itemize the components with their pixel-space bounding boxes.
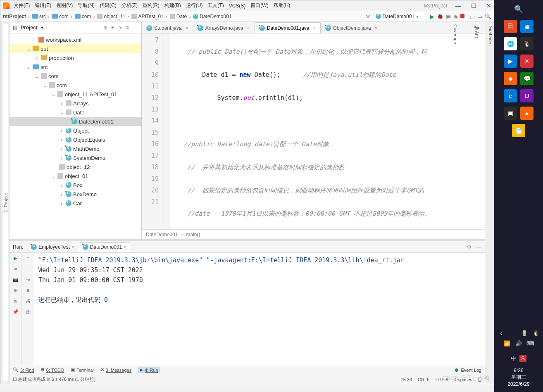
expand-icon[interactable]: ✦ bbox=[111, 25, 115, 31]
qq-icon[interactable]: 🐧 bbox=[520, 37, 533, 50]
taskbar-clock[interactable]: 9:36 星期三 2022/6/29 bbox=[494, 367, 543, 388]
build-icon[interactable]: ⚒ bbox=[366, 14, 370, 19]
encoding[interactable]: UTF-8 bbox=[436, 377, 448, 382]
tab-coverage[interactable]: Coverage bbox=[453, 24, 458, 381]
tab-datedemo[interactable]: DateDemo001.java× bbox=[255, 22, 321, 33]
keyboard-icon[interactable]: ⌨ bbox=[526, 340, 534, 347]
menu-code[interactable]: 代码(C) bbox=[100, 2, 117, 9]
menu-help[interactable]: 帮助(H) bbox=[274, 2, 291, 9]
layout-icon[interactable]: ⊞ bbox=[14, 287, 18, 293]
maximize-button[interactable]: ☐ bbox=[471, 2, 476, 9]
bb-todo[interactable]: ≣ 6: TODO bbox=[41, 367, 64, 373]
menu-view[interactable]: 视图(V) bbox=[56, 2, 73, 9]
tab-ant[interactable]: 🐜 Ant bbox=[474, 24, 480, 381]
ime-lang[interactable]: 中 bbox=[511, 355, 516, 362]
app-icon[interactable]: ▦ bbox=[520, 20, 533, 33]
bc-obj11[interactable]: object_11 bbox=[97, 14, 130, 19]
lock-icon[interactable] bbox=[478, 378, 481, 382]
menu-window[interactable]: 窗口(W) bbox=[250, 2, 268, 9]
menu-refactor[interactable]: 重构(R) bbox=[143, 2, 160, 9]
pin-icon[interactable]: 📌 bbox=[12, 309, 19, 315]
up-icon[interactable]: ↑ bbox=[27, 255, 29, 261]
console-output[interactable]: "E:\IntelliJ IDEA 2019.3.3\jbr\bin\java.… bbox=[34, 253, 485, 365]
wifi-icon[interactable]: 📶 bbox=[503, 340, 511, 347]
scroll-icon[interactable]: ≡ bbox=[26, 287, 29, 293]
bb-find[interactable]: 🔍 3: Find bbox=[13, 367, 34, 373]
menu-nav[interactable]: 导航(N) bbox=[78, 2, 95, 9]
project-tree[interactable]: workspace.xml ⌄out ›production ⌄src ⌄com… bbox=[10, 33, 141, 239]
menu-build[interactable]: 构建(B) bbox=[164, 2, 181, 9]
edge-icon[interactable]: e bbox=[504, 89, 517, 102]
app-icon[interactable]: ▣ bbox=[504, 107, 517, 120]
tab-project[interactable]: 1: Project bbox=[3, 24, 8, 381]
bb-run[interactable]: ▶ 4: Run bbox=[138, 367, 160, 373]
battery-icon[interactable]: 🔋 bbox=[521, 330, 528, 336]
exit-icon[interactable]: ⎋ bbox=[14, 298, 17, 304]
bc-date[interactable]: Date bbox=[170, 14, 191, 19]
profile-button[interactable]: ◉ bbox=[453, 13, 458, 19]
tab-objectdemo[interactable]: ObjectDemo.java× bbox=[321, 22, 382, 33]
rerun-button[interactable]: ▶ bbox=[14, 255, 17, 261]
minimize-button[interactable]: — bbox=[455, 2, 461, 9]
menu-tools[interactable]: 工具(T) bbox=[207, 2, 224, 9]
app-icon[interactable]: ✕ bbox=[520, 55, 533, 68]
run-config-select[interactable]: DateDemo001 ▾ bbox=[373, 13, 427, 20]
chevron-left-icon[interactable]: ‹ bbox=[498, 330, 505, 336]
vlc-icon[interactable]: ▲ bbox=[520, 107, 533, 120]
bc-com2[interactable]: com bbox=[75, 14, 96, 19]
tree-node-datedemo[interactable]: DateDemo001 bbox=[10, 117, 141, 126]
search-icon[interactable]: 🔍 bbox=[485, 13, 491, 19]
camera-icon[interactable]: 📷 bbox=[12, 277, 19, 283]
tab-database[interactable]: Database bbox=[488, 24, 493, 381]
bb-terminal[interactable]: ▣ Terminal bbox=[71, 367, 94, 373]
debug-button[interactable]: 🐞 bbox=[437, 13, 443, 19]
run-button[interactable]: ▶ bbox=[430, 13, 434, 20]
app-icon[interactable]: 📄 bbox=[512, 124, 525, 137]
bc-src[interactable]: src bbox=[32, 14, 50, 19]
wechat-icon[interactable]: 💬 bbox=[520, 72, 533, 85]
tool-icon-2[interactable]: ▭ bbox=[477, 13, 482, 19]
menu-edit[interactable]: 编辑(E) bbox=[35, 2, 51, 9]
gear-icon[interactable]: ⚙ bbox=[467, 244, 472, 250]
stop-run-button[interactable]: ■ bbox=[14, 266, 17, 272]
menu-vcs[interactable]: VCS(S) bbox=[229, 3, 246, 9]
ime-mode-icon[interactable]: S bbox=[519, 355, 526, 362]
menu-analyze[interactable]: 分析(Z) bbox=[121, 2, 138, 9]
down-icon[interactable]: ↓ bbox=[27, 266, 29, 272]
penguin-icon[interactable]: 🐧 bbox=[532, 330, 540, 336]
menu-run[interactable]: 运行(U) bbox=[186, 2, 203, 9]
print-icon[interactable]: 🖨 bbox=[26, 298, 31, 304]
chrome-icon[interactable]: 🌐 bbox=[504, 37, 517, 50]
idea-icon[interactable]: IJ bbox=[520, 89, 533, 102]
windows-taskbar: 🔍 田▦ 🌐🐧 ▶✕ ◆💬 eIJ ▣▲ 📄 ‹ 🔋🐧 📶🔊 ⌨ 中 S 9:3… bbox=[494, 0, 543, 392]
locate-icon[interactable]: ⊕ bbox=[103, 25, 107, 31]
wrap-icon[interactable]: ⇥ bbox=[26, 277, 30, 283]
code-editor[interactable]: 789101112131415161718192021 // public Da… bbox=[142, 33, 485, 229]
coverage-button[interactable]: ▣ bbox=[446, 13, 451, 19]
app-icon[interactable]: ▶ bbox=[504, 55, 517, 68]
tab-arrays[interactable]: ArraysDemo.java× bbox=[193, 22, 255, 33]
run-tab-datedemo[interactable]: DateDemo001 × bbox=[79, 242, 130, 252]
settings-icon[interactable]: ✲ bbox=[126, 25, 130, 31]
collapse-icon[interactable]: ⇲ bbox=[118, 25, 122, 31]
bc-api[interactable]: APITest_01 bbox=[131, 14, 168, 19]
menu-file[interactable]: 文件(F) bbox=[14, 2, 30, 9]
hide-icon[interactable]: — bbox=[133, 25, 138, 31]
system-tray[interactable]: ‹ 🔋🐧 📶🔊 ⌨ bbox=[494, 330, 543, 347]
app-icon[interactable]: 田 bbox=[504, 20, 517, 33]
bb-messages[interactable]: ✉ 0: Messages bbox=[100, 367, 131, 373]
search-icon[interactable]: 🔍 bbox=[512, 2, 525, 16]
bc-com1[interactable]: com bbox=[52, 14, 73, 19]
app-icon[interactable]: ◆ bbox=[504, 72, 517, 85]
trash-icon[interactable]: 🗑 bbox=[26, 309, 31, 315]
caret-position[interactable]: 15:36 bbox=[401, 377, 412, 382]
line-separator[interactable]: CRLF bbox=[418, 377, 430, 382]
close-button[interactable]: ✕ bbox=[486, 2, 491, 9]
bc-project[interactable]: rstProject bbox=[3, 14, 31, 19]
run-tab-employee[interactable]: EmployeeTest × bbox=[27, 242, 78, 252]
stop-button[interactable] bbox=[460, 14, 464, 19]
bc-file[interactable]: DateDemo001 bbox=[193, 14, 231, 19]
volume-icon[interactable]: 🔊 bbox=[515, 340, 522, 347]
tool-icon-1[interactable]: ⬚ bbox=[470, 13, 475, 19]
tab-student[interactable]: Student.java× bbox=[142, 22, 193, 33]
